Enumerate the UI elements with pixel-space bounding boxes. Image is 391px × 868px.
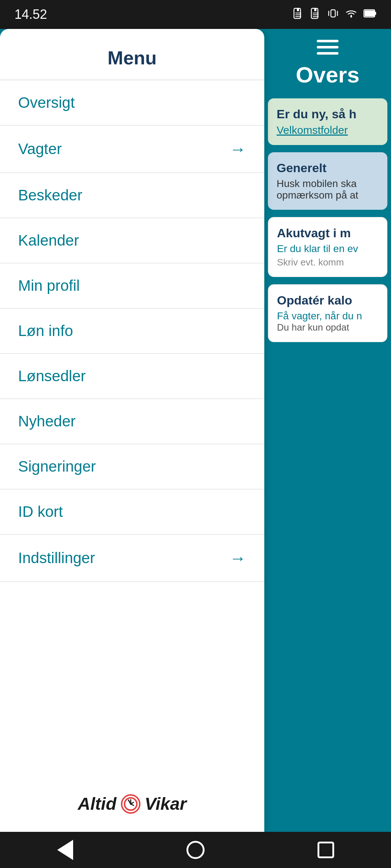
- home-icon: [186, 841, 205, 859]
- menu-label-kalender: Kalender: [18, 232, 79, 249]
- app-container: Menu Oversigt Vagter → Beskeder Kalender…: [0, 29, 391, 832]
- card-opdater-title: Opdatér kalo: [277, 293, 378, 307]
- svg-rect-4: [295, 16, 301, 17]
- menu-label-signeringer: Signeringer: [18, 458, 96, 475]
- right-panel-content: Er du ny, så h Velkomstfolder Generelt H…: [264, 95, 391, 346]
- logo-clock-icon: [121, 794, 140, 814]
- svg-rect-2: [295, 13, 301, 13]
- svg-rect-10: [331, 10, 335, 17]
- svg-rect-7: [313, 13, 319, 13]
- card-opdater-subtext: Du har kun opdat: [277, 322, 378, 333]
- menu-item-lon-info[interactable]: Løn info: [0, 309, 264, 354]
- menu-item-indstillinger[interactable]: Indstillinger →: [0, 535, 264, 582]
- menu-label-id-kort: ID kort: [18, 503, 63, 520]
- menu-label-oversigt: Oversigt: [18, 94, 75, 111]
- app-logo: Altid Vikar: [0, 779, 264, 832]
- right-panel: Overs Er du ny, så h Velkomstfolder Gene…: [264, 29, 391, 832]
- svg-point-13: [350, 16, 352, 17]
- status-time: 14.52: [14, 7, 47, 22]
- wifi-icon: [345, 7, 358, 22]
- nav-recent-button[interactable]: [311, 835, 340, 864]
- sim2-icon: [310, 8, 321, 22]
- right-panel-header: Overs: [264, 29, 391, 95]
- menu-items-list: Oversigt Vagter → Beskeder Kalender Min …: [0, 80, 264, 779]
- svg-rect-6: [314, 8, 316, 11]
- svg-rect-15: [375, 12, 376, 15]
- arrow-icon-vagter: →: [230, 139, 246, 159]
- nav-bar: [0, 832, 391, 868]
- menu-item-beskeder[interactable]: Beskeder: [0, 173, 264, 218]
- menu-label-vagter: Vagter: [18, 140, 62, 158]
- card-akutvagt-subtext: Skriv evt. komm: [277, 257, 378, 268]
- card-general-title: Generelt: [277, 161, 379, 175]
- menu-item-oversigt[interactable]: Oversigt: [0, 80, 264, 125]
- menu-panel: Menu Oversigt Vagter → Beskeder Kalender…: [0, 29, 264, 832]
- nav-home-button[interactable]: [181, 835, 210, 864]
- logo-altid-text: Altid: [78, 794, 117, 814]
- arrow-icon-indstillinger: →: [230, 548, 246, 568]
- card-welcome: Er du ny, så h Velkomstfolder: [268, 98, 387, 145]
- svg-rect-3: [295, 14, 301, 15]
- status-icons: [293, 7, 377, 22]
- card-akutvagt: Akutvagt i m Er du klar til en ev Skriv …: [268, 217, 387, 277]
- svg-rect-9: [313, 16, 319, 17]
- logo-vikar-text: Vikar: [145, 794, 187, 814]
- menu-label-beskeder: Beskeder: [18, 187, 82, 204]
- sim1-icon: [293, 8, 304, 22]
- card-opdater: Opdatér kalo Få vagter, når du n Du har …: [268, 284, 387, 342]
- status-bar: 14.52: [0, 0, 391, 29]
- hamburger-line-3: [317, 52, 339, 55]
- menu-item-min-profil[interactable]: Min profil: [0, 263, 264, 309]
- menu-label-nyheder: Nyheder: [18, 413, 76, 430]
- menu-title: Menu: [0, 29, 264, 80]
- menu-label-lonsedler: Lønsedler: [18, 367, 86, 385]
- recent-icon: [318, 842, 334, 858]
- menu-item-id-kort[interactable]: ID kort: [0, 489, 264, 535]
- card-general: Generelt Husk mobilen ska opmærksom på a…: [268, 152, 387, 210]
- svg-rect-1: [297, 8, 299, 11]
- right-panel-title: Overs: [296, 62, 360, 88]
- hamburger-line-2: [317, 46, 339, 48]
- battery-icon: [363, 8, 377, 21]
- menu-item-signeringer[interactable]: Signeringer: [0, 444, 264, 489]
- card-welcome-link[interactable]: Velkomstfolder: [277, 124, 379, 136]
- card-welcome-title: Er du ny, så h: [277, 107, 379, 121]
- menu-item-nyheder[interactable]: Nyheder: [0, 399, 264, 444]
- nav-back-button[interactable]: [51, 835, 80, 864]
- menu-item-vagter[interactable]: Vagter →: [0, 125, 264, 173]
- svg-point-20: [130, 803, 131, 805]
- back-icon: [57, 840, 73, 860]
- svg-rect-8: [313, 14, 319, 15]
- menu-item-kalender[interactable]: Kalender: [0, 218, 264, 263]
- vibrate-icon: [327, 8, 339, 22]
- card-opdater-text: Få vagter, når du n: [277, 310, 378, 322]
- hamburger-menu-icon[interactable]: [317, 40, 339, 55]
- card-akutvagt-title: Akutvagt i m: [277, 226, 378, 240]
- menu-label-min-profil: Min profil: [18, 277, 80, 294]
- menu-label-indstillinger: Indstillinger: [18, 549, 95, 567]
- svg-rect-16: [365, 10, 375, 16]
- menu-label-lon-info: Løn info: [18, 322, 73, 340]
- card-general-text: Husk mobilen ska opmærksom på at: [277, 178, 379, 201]
- menu-item-lonsedler[interactable]: Lønsedler: [0, 354, 264, 399]
- hamburger-line-1: [317, 40, 339, 42]
- card-akutvagt-text: Er du klar til en ev: [277, 243, 378, 255]
